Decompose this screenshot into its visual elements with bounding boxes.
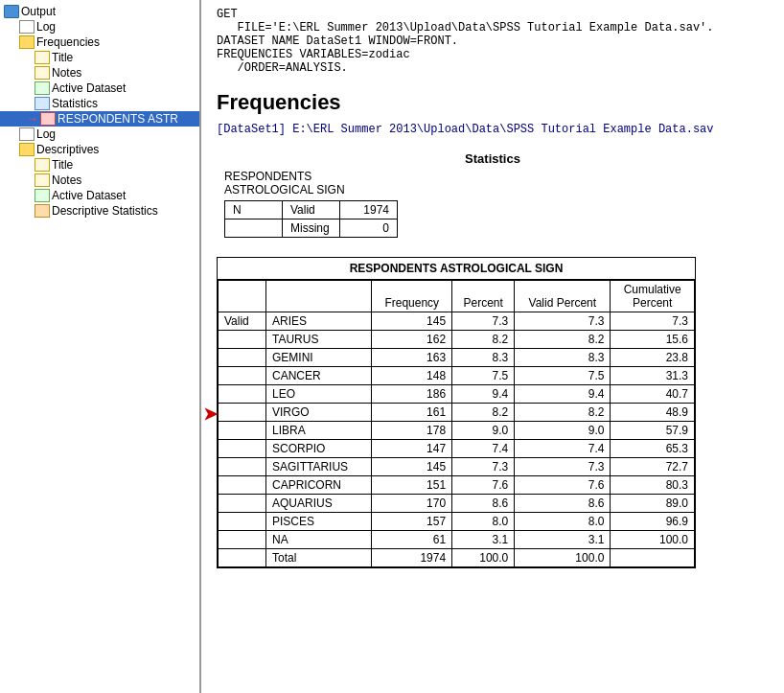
row-label-cell: VIRGO xyxy=(266,404,372,422)
table-row: SCORPIO1477.47.465.3 xyxy=(219,440,695,458)
tree-desc-active[interactable]: Active Dataset xyxy=(0,188,199,203)
row-label-cell: ARIES xyxy=(266,312,372,331)
row-group-cell xyxy=(219,440,266,458)
row-label-cell: LEO xyxy=(266,385,372,404)
table-row: SAGITTARIUS1457.37.372.7 xyxy=(219,458,695,476)
row-label-cell: CAPRICORN xyxy=(266,476,372,495)
row-cpct-cell: 23.8 xyxy=(611,349,695,367)
row-freq-cell: 147 xyxy=(372,440,452,458)
desc-stats-label: Descriptive Statistics xyxy=(52,204,158,218)
tree-desc-notes[interactable]: Notes xyxy=(0,173,199,188)
row-group-cell xyxy=(219,513,266,531)
tree-output-root[interactable]: Output xyxy=(0,4,199,19)
row-vpct-cell: 9.0 xyxy=(515,422,611,440)
tree-freq-active[interactable]: Active Dataset xyxy=(0,81,199,96)
descriptives-label: Descriptives xyxy=(36,143,99,156)
tree-log-top[interactable]: Log xyxy=(0,19,199,35)
log-top-label: Log xyxy=(36,20,56,34)
desc-title-icon xyxy=(35,158,50,172)
left-navigation-panel: Output Log Frequencies Title Notes Activ… xyxy=(0,0,201,693)
freq-title-icon xyxy=(35,51,50,64)
stats-missing-value: 0 xyxy=(340,219,398,238)
tree-freq-notes[interactable]: Notes xyxy=(0,65,199,81)
row-freq-cell: 161 xyxy=(372,404,452,422)
stats-n-label-2 xyxy=(225,219,283,238)
row-cpct-cell: 40.7 xyxy=(611,385,695,404)
frequency-table-wrapper: RESPONDENTS ASTROLOGICAL SIGN Frequency … xyxy=(217,257,696,568)
row-pct-cell: 7.3 xyxy=(452,312,515,331)
row-label-cell: NA xyxy=(266,531,372,549)
desc-notes-label: Notes xyxy=(52,173,81,187)
tree-respondents[interactable]: → RESPONDENTS ASTR xyxy=(0,111,199,127)
row-label-cell: CANCER xyxy=(266,367,372,385)
row-vpct-cell: 7.4 xyxy=(515,440,611,458)
row-cpct-cell: 31.3 xyxy=(611,367,695,385)
frequencies-heading: Frequencies xyxy=(217,90,769,115)
table-row: LIBRA1789.09.057.9 xyxy=(219,422,695,440)
row-group-cell xyxy=(219,476,266,495)
stats-row-valid: N Valid 1974 xyxy=(225,201,398,219)
tree-frequencies[interactable]: Frequencies xyxy=(0,35,199,50)
row-group-cell xyxy=(219,549,266,567)
tree-desc-title[interactable]: Title xyxy=(0,157,199,173)
row-pct-cell: 8.3 xyxy=(452,349,515,367)
desc-active-label: Active Dataset xyxy=(52,189,126,202)
table-row: TAURUS1628.28.215.6 xyxy=(219,331,695,349)
freq-active-icon xyxy=(35,81,50,95)
statistics-title: Statistics xyxy=(217,151,769,166)
statistics-table: N Valid 1974 Missing 0 xyxy=(224,200,398,238)
table-row: CANCER1487.57.531.3 xyxy=(219,367,695,385)
row-label-cell: SCORPIO xyxy=(266,440,372,458)
frequencies-label: Frequencies xyxy=(36,35,100,49)
row-freq-cell: 157 xyxy=(372,513,452,531)
frequencies-folder-icon xyxy=(19,35,35,49)
row-freq-cell: 1974 xyxy=(372,549,452,567)
th-group xyxy=(219,281,266,312)
syntax-code: GET FILE='E:\ERL Summer 2013\Upload\Data… xyxy=(217,8,769,75)
row-group-cell xyxy=(219,331,266,349)
table-row: GEMINI1638.38.323.8 xyxy=(219,349,695,367)
row-vpct-cell: 3.1 xyxy=(515,531,611,549)
log-mid-icon xyxy=(19,127,35,141)
right-content-panel: GET FILE='E:\ERL Summer 2013\Upload\Data… xyxy=(201,0,784,693)
row-pct-cell: 9.4 xyxy=(452,385,515,404)
row-freq-cell: 162 xyxy=(372,331,452,349)
freq-table-title: RESPONDENTS ASTROLOGICAL SIGN xyxy=(218,258,695,280)
th-frequency: Frequency xyxy=(372,281,452,312)
row-vpct-cell: 7.5 xyxy=(515,367,611,385)
row-cpct-cell: 7.3 xyxy=(611,312,695,331)
desc-title-label: Title xyxy=(52,158,73,172)
row-freq-cell: 145 xyxy=(372,312,452,331)
freq-notes-label: Notes xyxy=(52,66,81,80)
statistics-section: Statistics RESPONDENTSASTROLOGICAL SIGN … xyxy=(217,151,769,238)
log-icon xyxy=(19,20,35,34)
row-freq-cell: 148 xyxy=(372,367,452,385)
th-valid-percent: Valid Percent xyxy=(515,281,611,312)
row-group-cell xyxy=(219,367,266,385)
row-freq-cell: 186 xyxy=(372,385,452,404)
row-label-cell: AQUARIUS xyxy=(266,495,372,513)
row-cpct-cell: 89.0 xyxy=(611,495,695,513)
row-cpct-cell: 80.3 xyxy=(611,476,695,495)
row-vpct-cell: 7.3 xyxy=(515,458,611,476)
tree-log-mid[interactable]: Log xyxy=(0,127,199,142)
row-cpct-cell xyxy=(611,549,695,567)
desc-notes-icon xyxy=(35,173,50,187)
row-freq-cell: 163 xyxy=(372,349,452,367)
tree-freq-stats[interactable]: Statistics xyxy=(0,96,199,111)
table-row: CAPRICORN1517.67.680.3 xyxy=(219,476,695,495)
freq-table-container: ➤ RESPONDENTS ASTROLOGICAL SIGN Frequenc… xyxy=(217,257,769,568)
row-pct-cell: 100.0 xyxy=(452,549,515,567)
row-pct-cell: 7.3 xyxy=(452,458,515,476)
tree-descriptive-statistics[interactable]: Descriptive Statistics xyxy=(0,203,199,219)
row-group-cell xyxy=(219,404,266,422)
row-pct-cell: 7.5 xyxy=(452,367,515,385)
tree-descriptives[interactable]: Descriptives xyxy=(0,142,199,157)
row-cpct-cell: 72.7 xyxy=(611,458,695,476)
desc-active-icon xyxy=(35,189,50,202)
row-cpct-cell: 15.6 xyxy=(611,331,695,349)
stats-valid-value: 1974 xyxy=(340,201,398,219)
table-row: LEO1869.49.440.7 xyxy=(219,385,695,404)
table-row: ValidARIES1457.37.37.3 xyxy=(219,312,695,331)
tree-freq-title[interactable]: Title xyxy=(0,50,199,65)
